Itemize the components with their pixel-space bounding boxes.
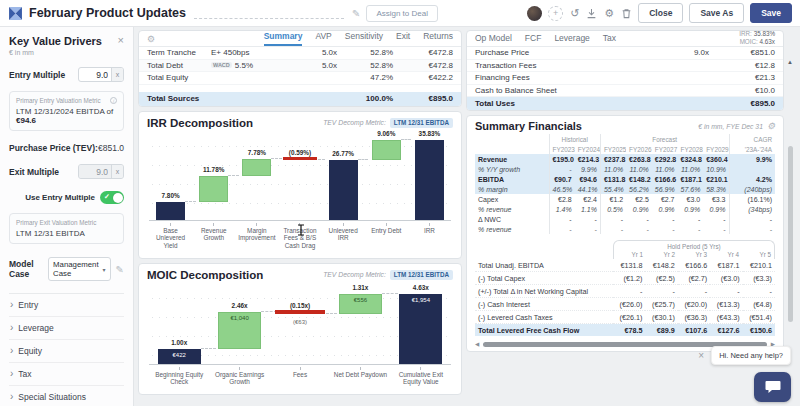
vertical-scroll-thumb[interactable] <box>788 146 793 322</box>
tab-fcf[interactable]: FCF <box>525 31 542 46</box>
total-uses-amount: €895.0 <box>709 99 775 108</box>
use-entry-multiple-toggle[interactable]: ✓ <box>100 191 124 204</box>
exit-metric-label: Primary Exit Valuation Metric <box>16 219 96 226</box>
chart-sub-label: (€63) <box>274 319 326 325</box>
download-icon[interactable] <box>586 8 597 19</box>
sidebar-section-leverage[interactable]: ›Leverage <box>9 317 124 340</box>
financial-row-revenue: Revenue€195.0€214.3€237.8€263.8€292.8€32… <box>475 154 775 164</box>
chart-category-label: IRR <box>408 223 451 250</box>
tab-tax[interactable]: Tax <box>603 31 616 46</box>
history-icon[interactable]: ↺ <box>569 8 580 19</box>
model-case-select[interactable]: Management Case ▾ <box>48 257 111 281</box>
exit-multiple-input[interactable] <box>79 165 111 178</box>
scroll-up-icon[interactable]: ▲ <box>787 59 793 65</box>
tev-decomp-metric-label: TEV Decomp Metric: <box>323 271 386 278</box>
topbar: February Product Updates ✎ Assign to Dea… <box>0 0 800 27</box>
sidebar-section-equity[interactable]: ›Equity <box>9 340 124 363</box>
multiple-suffix: x <box>111 165 123 178</box>
chart-value-label: 26.77% <box>318 150 369 157</box>
chart-bar-unlevered-irr[interactable] <box>329 160 358 219</box>
sidebar-section-special-situations[interactable]: ›Special Situations <box>9 386 124 406</box>
total-sources-label: Total Sources <box>147 94 211 103</box>
moic-chart-categories: Beginning Equity CheckOrganic Earnings G… <box>149 367 451 386</box>
chart-column-cumulative-exit-equity-value: 4.63x€1,954 <box>395 289 447 364</box>
tab-leverage[interactable]: Leverage <box>554 31 589 46</box>
fye-note: € in mm, FYE Dec 31 <box>698 123 763 130</box>
sidebar-section-entry[interactable]: ›Entry <box>9 294 124 317</box>
moic-waterfall-chart: 1.00x€4222.46x€1,040(0.15x)(€63)1.31x€55… <box>149 289 451 365</box>
exit-multiple-field: x <box>78 164 124 179</box>
tab-exit[interactable]: Exit <box>396 30 410 46</box>
entry-multiple-field: x <box>78 67 124 82</box>
chart-column-fees: (0.15x)(€63) <box>274 289 326 364</box>
chart-value-label: 11.78% <box>188 166 239 173</box>
hold-period-header: Hold Period (5 Yrs)Yr 1Yr 2Yr 3Yr 4Yr 5 <box>613 240 775 259</box>
entry-metric-value: €94.6 <box>16 116 36 125</box>
total-sources-pct: 100.0% <box>337 94 393 103</box>
summary-financials-title: Summary Financials <box>475 120 582 132</box>
assign-to-deal-button[interactable]: Assign to Deal <box>366 5 438 22</box>
table-settings-icon[interactable]: ⚙ <box>147 34 155 44</box>
entry-multiple-input[interactable] <box>79 68 111 81</box>
sidebar-section-tax[interactable]: ›Tax <box>9 363 124 386</box>
chart-bar-cumulative-exit-equity-value[interactable] <box>399 294 442 364</box>
save-button[interactable]: Save <box>750 3 792 23</box>
dismiss-chat-icon[interactable]: × <box>698 350 704 361</box>
close-panel-icon[interactable]: × <box>118 35 124 46</box>
chart-bar-margin-improvement[interactable] <box>242 159 271 176</box>
scroll-left-icon[interactable]: ◀ <box>475 341 479 347</box>
irr-chart-categories: Base Unlevered YieldRevenue GrowthMargin… <box>149 223 451 250</box>
chart-value-label: 35.83% <box>404 130 455 137</box>
tab-sensitivity[interactable]: Sensitivity <box>345 30 383 46</box>
chat-widget: × Hi. Need any help? <box>698 346 791 402</box>
chart-category-label: Margin Improvement <box>235 223 278 250</box>
summary-financials-table: HistoricalForecastCAGRFY2023FY2024FY2025… <box>475 134 775 234</box>
moic-decomposition-card: MOIC Decomposition TEV Decomp Metric: LT… <box>138 263 462 395</box>
chart-bar-fees[interactable] <box>275 310 325 314</box>
page-title[interactable]: February Product Updates <box>29 6 186 20</box>
moic-stat-label: MOIC: <box>740 38 758 45</box>
settings-icon[interactable]: ⚙ <box>603 8 615 19</box>
exit-valuation-metric-card: Primary Exit Valuation Metric LTM 12/31 … <box>9 213 124 244</box>
op-model-tab-bar: Op ModelFCFLeverageTax <box>475 31 616 46</box>
financial-row-revenue: % revenue1.4%1.1%0.5%0.9%0.9%0.9%0.9%(34… <box>475 204 775 214</box>
chevron-right-icon: › <box>10 323 13 333</box>
waterfall-connector <box>401 139 412 140</box>
chat-greeting[interactable]: Hi. Need any help? <box>711 346 791 365</box>
chart-category-label: Entry Debt <box>365 223 408 250</box>
financial-row-margin: % margin46.5%44.1%55.4%56.2%56.9%57.6%58… <box>475 184 775 194</box>
close-button[interactable]: Close <box>638 3 683 23</box>
trash-icon[interactable] <box>621 8 632 19</box>
chart-bar-irr[interactable] <box>415 140 444 219</box>
chart-bar-entry-debt[interactable] <box>372 140 401 160</box>
chart-bar-transaction-fees-b-s-cash-drag[interactable] <box>283 157 317 161</box>
info-icon[interactable]: i <box>110 97 117 104</box>
metric-badge[interactable]: LTM 12/31 EBITDA <box>390 270 453 280</box>
chart-bar-base-unlevered-yield[interactable] <box>156 202 185 219</box>
edit-case-icon[interactable]: ✎ <box>116 264 124 275</box>
avatar[interactable] <box>527 6 542 21</box>
tab-op-model[interactable]: Op Model <box>475 31 512 46</box>
chat-button[interactable] <box>754 372 791 402</box>
tab-summary[interactable]: Summary <box>264 30 303 46</box>
uses-row-transaction-fees: Transaction Fees€12.8 <box>467 60 783 73</box>
irr-waterfall-chart: 7.80%11.78%7.78%(0.59%)26.77%9.06%35.83% <box>149 137 451 221</box>
save-as-button[interactable]: Save As <box>689 3 744 23</box>
financials-settings-icon[interactable]: ⚙ <box>767 121 775 131</box>
chart-bar-revenue-growth[interactable] <box>199 176 228 202</box>
tab-returns[interactable]: Returns <box>423 30 453 46</box>
chart-category-label: Fees <box>270 367 330 386</box>
total-sources-row: Total Sources 100.0% €895.0 <box>139 92 461 106</box>
model-case-value: Management Case <box>53 260 99 278</box>
edit-title-icon[interactable]: ✎ <box>352 8 360 19</box>
section-label: Entry <box>18 300 38 310</box>
chart-column-organic-earnings-growth: 2.46x€1,040 <box>213 289 265 364</box>
title-underline <box>194 8 344 19</box>
uses-row-financing-fees: Financing Fees€21.3 <box>467 72 783 85</box>
section-label: Equity <box>18 346 42 356</box>
tab-avp[interactable]: AVP <box>315 30 331 46</box>
chevron-right-icon: › <box>10 346 13 356</box>
metric-badge[interactable]: LTM 12/31 EBITDA <box>390 118 453 128</box>
chart-category-label: Unlevered IRR <box>322 223 365 250</box>
add-collaborator-icon[interactable]: + <box>548 6 563 21</box>
